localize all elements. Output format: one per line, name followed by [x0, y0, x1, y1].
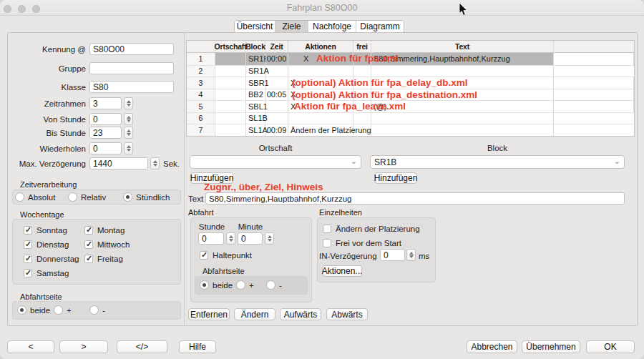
- zeitrahmen-stepper[interactable]: [124, 97, 133, 109]
- table-row-4[interactable]: 4 BB2 00:05 X (optional) Aktion für fpa_…: [187, 89, 634, 101]
- table-row-7[interactable]: 7 SL1A 00:09 Ändern der Platzierung: [187, 124, 634, 136]
- bis-stunde-label: Bis Stunde: [10, 129, 86, 137]
- von-stunde-label: Von Stunde: [10, 115, 86, 124]
- tab-ziele[interactable]: Ziele: [275, 21, 308, 32]
- checkbox-mittwoch-box: [84, 240, 93, 249]
- checkbox-sonntag[interactable]: Sonntag: [24, 226, 67, 235]
- radio-plus[interactable]: +: [236, 280, 254, 290]
- uebernehmen-button[interactable]: Übernehmen: [522, 340, 580, 353]
- prev-button[interactable]: <: [7, 340, 54, 353]
- text-label: Text: [188, 195, 203, 203]
- table-row-6[interactable]: 6 SL1B: [187, 112, 634, 124]
- max-verzoegerung-input[interactable]: [89, 157, 148, 169]
- radio-minus[interactable]: -: [266, 280, 282, 290]
- checkbox-dienstag[interactable]: Dienstag: [24, 240, 69, 249]
- checkbox-freitag[interactable]: Freitag: [84, 255, 123, 263]
- klasse-input[interactable]: [89, 81, 174, 93]
- checkbox-donnerstag[interactable]: Donnerstag: [24, 255, 79, 263]
- checkbox-frei-vor-start-box: [323, 239, 331, 247]
- tab-bar: Übersicht Ziele Nachfolge Diagramm: [234, 20, 404, 33]
- tab-nachfolge[interactable]: Nachfolge: [308, 21, 356, 32]
- checkbox-frei-vor-start[interactable]: Frei vor dem Start: [323, 239, 401, 247]
- titlebar: Fahrplan S80O00: [0, 0, 644, 16]
- tab-diagramm[interactable]: Diagramm: [356, 21, 404, 32]
- gruppe-input[interactable]: [89, 62, 174, 74]
- table-row-3[interactable]: 3 SBR1 X (optional) Aktion für fpa_delay…: [187, 77, 634, 89]
- mouse-cursor-icon: [459, 3, 468, 19]
- col-zeit: Zeit: [265, 41, 288, 52]
- checkbox-sonntag-label: Sonntag: [36, 226, 67, 235]
- radio-beide[interactable]: beide: [200, 280, 233, 290]
- block-select[interactable]: SR1B ⌄: [370, 155, 625, 169]
- chevron-down-icon: ⌄: [351, 157, 357, 166]
- ziele-table: Ortschaft Block Zeit Aktionen frei Text …: [186, 40, 635, 137]
- ok-button[interactable]: OK: [586, 340, 635, 353]
- entfernen-button[interactable]: Entfernen: [188, 308, 230, 320]
- aendern-button[interactable]: Ändern: [234, 308, 275, 320]
- von-stunde-input[interactable]: [89, 113, 122, 125]
- checkbox-mittwoch[interactable]: Mittwoch: [84, 240, 130, 249]
- table-row-5[interactable]: 5 SBL1 X (@) Aktion für fpa_leave.xml: [187, 100, 634, 112]
- tab-uebersicht[interactable]: Übersicht: [235, 21, 275, 32]
- in-verzoegerung-input[interactable]: [380, 249, 405, 261]
- radio-stuendlich[interactable]: Stündlich: [123, 192, 170, 202]
- radio-absolut[interactable]: Absolut: [15, 192, 55, 202]
- radio-minus-dot: [266, 280, 275, 290]
- abbrechen-button[interactable]: Abbrechen: [467, 340, 517, 353]
- radio-relativ[interactable]: Relativ: [68, 192, 106, 202]
- minute-input[interactable]: [238, 232, 263, 245]
- stunde-input[interactable]: [198, 232, 224, 245]
- abwaerts-button[interactable]: Abwärts: [326, 308, 368, 320]
- max-verzoegerung-stepper[interactable]: [150, 157, 160, 169]
- zeitrahmen-input[interactable]: [89, 97, 122, 109]
- radio-absolut-dot: [15, 192, 24, 202]
- stunde-stepper[interactable]: [226, 232, 235, 245]
- in-verzoegerung-label: IN-Verzögerung: [319, 252, 377, 260]
- text-input[interactable]: [205, 192, 625, 205]
- annotation-fpa-delay-db-xml: (optional) Aktion für fpa_delay_db.xml: [292, 77, 468, 89]
- max-verzoegerung-unit: Sek.: [163, 159, 180, 168]
- kennung-input[interactable]: [89, 43, 174, 55]
- zeitverarbeitung-label: Zeitverarbeitung: [20, 180, 77, 189]
- checkbox-samstag-label: Samstag: [36, 269, 69, 277]
- col-block: Block: [246, 41, 265, 52]
- checkbox-samstag[interactable]: Samstag: [24, 269, 69, 277]
- wochentage-label: Wochentage: [20, 210, 64, 219]
- radio-links-beide[interactable]: beide: [17, 305, 50, 315]
- von-stunde-stepper[interactable]: [124, 113, 133, 125]
- checkbox-haltepunkt[interactable]: Haltepunkt: [200, 251, 252, 260]
- zeitrahmen-label: Zeitrahmen: [10, 99, 86, 108]
- bis-stunde-input[interactable]: [89, 127, 122, 139]
- aktionen-button[interactable]: Aktionen...: [322, 265, 362, 277]
- gruppe-label: Gruppe: [10, 64, 86, 73]
- wiederholen-stepper[interactable]: [124, 142, 133, 154]
- fahrplan-dialog: Fahrplan S80O00 Übersicht Ziele Nachfolg…: [0, 0, 644, 359]
- radio-links-beide-label: beide: [30, 306, 50, 315]
- max-verzoegerung-label: Max. Verzögerung: [10, 159, 86, 168]
- minute-stepper[interactable]: [265, 232, 274, 245]
- code-button[interactable]: </>: [117, 340, 167, 353]
- klasse-label: Klasse: [10, 83, 86, 92]
- wiederholen-label: Wiederholen: [10, 144, 86, 153]
- checkbox-dienstag-label: Dienstag: [36, 240, 69, 249]
- wiederholen-input[interactable]: [89, 142, 122, 154]
- table-row-2[interactable]: 2 SR1A: [187, 65, 634, 77]
- aufwaerts-button[interactable]: Aufwärts: [280, 308, 321, 320]
- checkbox-montag[interactable]: Montag: [84, 226, 125, 235]
- table-header-row: Ortschaft Block Zeit Aktionen frei Text: [187, 41, 634, 53]
- ortschaft-select[interactable]: ⌄: [190, 155, 361, 169]
- radio-links-plus[interactable]: +: [54, 305, 72, 315]
- hilfe-button[interactable]: Hilfe: [179, 340, 216, 353]
- radio-beide-label: beide: [213, 281, 233, 290]
- hinzufuegen-block-button[interactable]: Hinzufügen: [374, 172, 417, 184]
- window-title: Fahrplan S80O00: [0, 3, 644, 13]
- next-button[interactable]: >: [59, 340, 108, 353]
- radio-plus-dot: [236, 280, 245, 290]
- bis-stunde-stepper[interactable]: [124, 127, 133, 139]
- checkbox-aendern-platzierung[interactable]: Ändern der Platzierung: [323, 225, 420, 233]
- table-row-1[interactable]: 1 SR1B 00:00 X S80,Simmering,Hauptbahnho…: [187, 53, 634, 65]
- annotation-fpa-leave-xml: Aktion für fpa_leave.xml: [294, 101, 406, 113]
- block-select-value: SR1B: [374, 157, 396, 167]
- in-verzoegerung-stepper[interactable]: [406, 249, 416, 261]
- radio-links-minus[interactable]: -: [89, 305, 105, 315]
